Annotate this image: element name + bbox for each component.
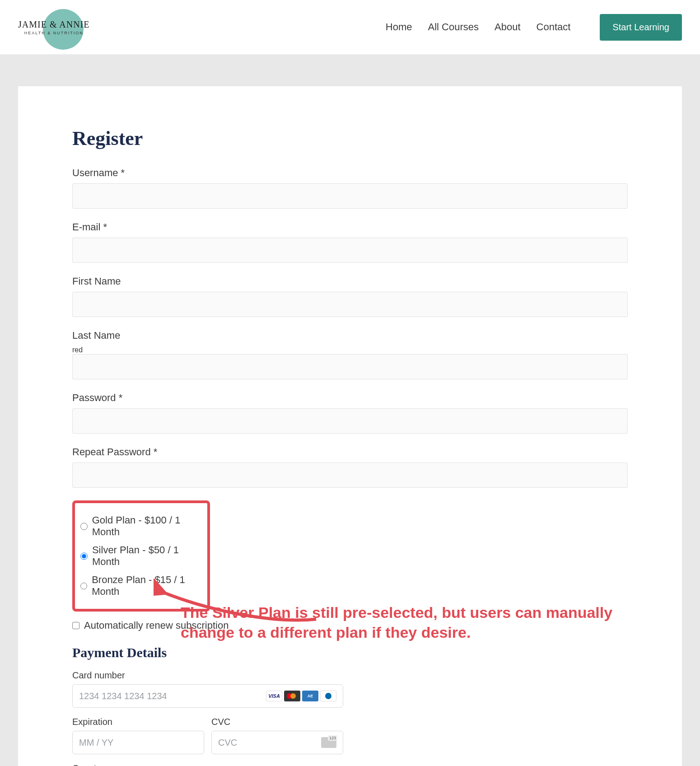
logo-text: JAMIE & ANNIE HEALTH & NUTRITION — [18, 19, 90, 36]
lastname-label: Last Name — [72, 330, 628, 341]
repeat-password-input[interactable] — [72, 462, 628, 488]
plan-gold-radio[interactable] — [80, 523, 88, 530]
username-input[interactable] — [72, 183, 628, 209]
plan-silver-label: Silver Plan - $50 / 1 Month — [92, 544, 202, 568]
lastname-row: Last Namered — [72, 330, 628, 379]
firstname-input[interactable] — [72, 292, 628, 317]
expiration-input[interactable] — [79, 738, 150, 748]
nav-courses[interactable]: All Courses — [428, 21, 479, 33]
email-label: E-mail * — [72, 221, 628, 233]
card-number-input[interactable] — [79, 691, 233, 701]
expiration-col: Expiration — [72, 717, 204, 754]
exp-cvc-row: Expiration CVC — [72, 717, 343, 754]
country-row: Country Vietnam — [72, 763, 343, 766]
username-row: Username * — [72, 167, 628, 209]
cvc-card-icon — [321, 737, 336, 748]
card-number-wrap: VISA AE — [72, 684, 343, 708]
lastname-input[interactable] — [72, 354, 628, 379]
expiration-label: Expiration — [72, 717, 204, 727]
password-label: Password * — [72, 392, 628, 404]
payment-title: Payment Details — [72, 645, 628, 660]
card-number-label: Card number — [72, 670, 343, 681]
email-input[interactable] — [72, 238, 628, 263]
main-nav: Home All Courses About Contact Start Lea… — [386, 14, 682, 41]
page-title: Register — [72, 127, 628, 150]
logo-main: JAMIE & ANNIE — [18, 19, 90, 29]
page-wrap: Register Username * E-mail * First Name … — [0, 55, 700, 766]
repeat-password-row: Repeat Password * — [72, 446, 628, 488]
card-brand-icons: VISA AE — [266, 691, 336, 701]
diners-icon — [320, 691, 336, 701]
site-header: JAMIE & ANNIE HEALTH & NUTRITION Home Al… — [0, 0, 700, 55]
auto-renew-checkbox[interactable] — [72, 622, 79, 629]
logo-sub: HEALTH & NUTRITION — [18, 31, 90, 36]
repeat-password-label: Repeat Password * — [72, 446, 628, 458]
expiration-wrap — [72, 731, 204, 754]
plan-silver[interactable]: Silver Plan - $50 / 1 Month — [80, 541, 202, 571]
nav-contact[interactable]: Contact — [537, 21, 571, 33]
plan-gold[interactable]: Gold Plan - $100 / 1 Month — [80, 511, 202, 541]
card-number-row: Card number VISA AE — [72, 670, 343, 708]
auto-renew-label: Automatically renew subscription — [84, 620, 229, 631]
logo[interactable]: JAMIE & ANNIE HEALTH & NUTRITION — [18, 9, 117, 45]
username-label: Username * — [72, 167, 628, 179]
plan-bronze-label: Bronze Plan - $15 / 1 Month — [92, 574, 202, 598]
cvc-label: CVC — [211, 717, 343, 727]
email-row: E-mail * — [72, 221, 628, 263]
cvc-col: CVC — [211, 717, 343, 754]
plan-gold-label: Gold Plan - $100 / 1 Month — [92, 514, 202, 538]
firstname-row: First Name — [72, 276, 628, 317]
register-card: Register Username * E-mail * First Name … — [18, 86, 682, 766]
firstname-label: First Name — [72, 276, 628, 287]
payment-block: Card number VISA AE Expiration — [72, 670, 343, 766]
plans-box: Gold Plan - $100 / 1 Month Silver Plan -… — [72, 500, 210, 612]
nav-home[interactable]: Home — [386, 21, 412, 33]
password-row: Password * — [72, 392, 628, 434]
start-learning-button[interactable]: Start Learning — [600, 14, 682, 41]
cvc-wrap — [211, 731, 343, 754]
visa-icon: VISA — [266, 691, 282, 701]
mastercard-icon — [284, 691, 300, 701]
plan-silver-radio[interactable] — [80, 552, 88, 560]
cvc-input[interactable] — [218, 738, 289, 748]
plan-bronze-radio[interactable] — [80, 582, 87, 590]
nav-about[interactable]: About — [495, 21, 521, 33]
amex-icon: AE — [302, 691, 318, 701]
auto-renew[interactable]: Automatically renew subscription — [72, 620, 628, 631]
country-label: Country — [72, 763, 343, 766]
password-input[interactable] — [72, 408, 628, 434]
plan-bronze[interactable]: Bronze Plan - $15 / 1 Month — [80, 571, 202, 601]
